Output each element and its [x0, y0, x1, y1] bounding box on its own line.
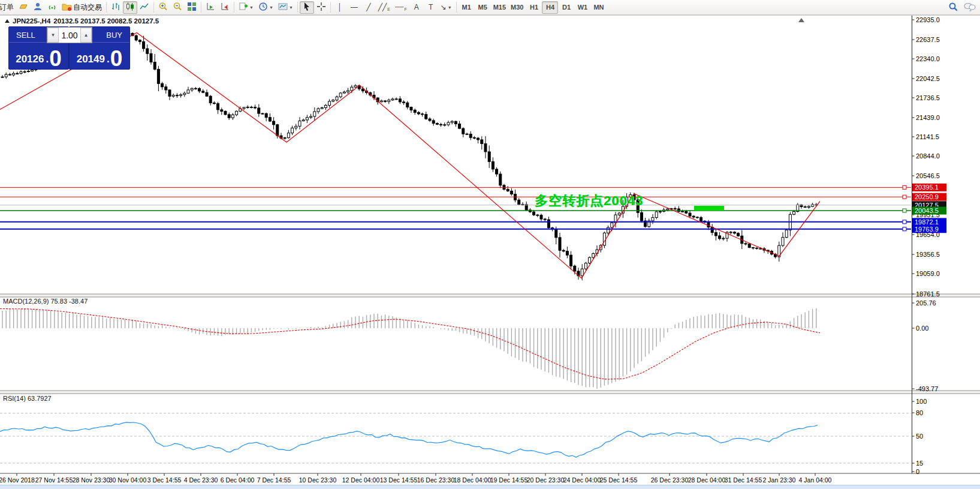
svg-text:20 Dec 23:30: 20 Dec 23:30	[527, 476, 565, 484]
bar-chart-icon	[111, 2, 120, 13]
timeframe-w1-button[interactable]: W1	[574, 1, 590, 14]
svg-text:16 Dec 23:30: 16 Dec 23:30	[417, 476, 455, 484]
timeframe-mn-button[interactable]: MN	[590, 1, 607, 14]
svg-text:50: 50	[916, 433, 923, 440]
zoom-out-button[interactable]	[170, 1, 185, 14]
line-handle[interactable]	[903, 185, 906, 189]
line-handle[interactable]	[903, 227, 906, 231]
buy-price-dot: .	[107, 54, 110, 64]
line-tools-group: │—╱╱╱E┄┄FAT↘▼	[333, 1, 454, 14]
templates-button[interactable]: ▼	[276, 1, 295, 14]
svg-text:80: 80	[916, 409, 923, 416]
sell-price-main: 20126	[16, 54, 44, 64]
horizontal-line-button[interactable]: —	[347, 1, 361, 14]
chevron-down-icon: ▼	[269, 5, 273, 10]
timeframe-m15-button[interactable]: M15	[491, 1, 508, 14]
svg-text:21439.0: 21439.0	[916, 114, 940, 121]
candlestick-chart-button[interactable]	[123, 1, 137, 14]
signals-button[interactable]	[45, 1, 59, 14]
search-icon	[948, 2, 958, 13]
bar-chart-button[interactable]	[108, 1, 123, 14]
svg-text:19059.0: 19059.0	[916, 270, 940, 277]
equidistant-channel-button[interactable]: ╱╱E	[376, 1, 393, 14]
timeframe-m1-button[interactable]: M1	[459, 1, 475, 14]
line-handle[interactable]	[903, 220, 906, 224]
templates-icon	[278, 2, 288, 13]
chart-shift-icon	[220, 2, 230, 13]
vertical-line-button[interactable]: │	[333, 1, 347, 14]
rsi-indicator-label: RSI(14) 63.7927	[3, 395, 52, 402]
navigator-icon	[33, 2, 43, 13]
text-label-button[interactable]: T	[424, 1, 438, 14]
volume-decrease-button[interactable]: ▼	[47, 28, 59, 43]
timeframe-m5-button[interactable]: M5	[475, 1, 491, 14]
new-order-label: 订单	[0, 2, 14, 13]
timeframe-h4-button[interactable]: H4	[542, 1, 558, 14]
svg-text:26 Nov 2018: 26 Nov 2018	[0, 476, 35, 484]
periods-icon	[258, 2, 268, 13]
fibonacci-sub-label: F	[404, 7, 406, 11]
chat-button[interactable]	[961, 1, 979, 14]
autotrading-button[interactable]: 自动交易	[59, 1, 104, 14]
text-button[interactable]: A	[409, 1, 424, 14]
periods-button[interactable]: ▼	[256, 1, 276, 14]
svg-text:18 Dec 04:00: 18 Dec 04:00	[454, 476, 491, 484]
tile-windows-button[interactable]	[185, 1, 199, 14]
auto-scroll-button[interactable]	[203, 1, 218, 14]
search-button[interactable]	[946, 1, 961, 14]
toolbar-separator	[234, 2, 234, 13]
svg-text:0.00: 0.00	[916, 325, 928, 332]
volume-input[interactable]: ▼ 1.00 ▲	[47, 27, 92, 43]
toolbar-separator	[297, 2, 298, 13]
sell-price-dot: .	[46, 54, 49, 64]
indicators-button[interactable]: ▼	[236, 1, 256, 14]
line-handle[interactable]	[903, 209, 906, 212]
chevron-down-icon: ▼	[289, 5, 293, 10]
timeframe-h1-button[interactable]: H1	[526, 1, 542, 14]
svg-text:19872.1: 19872.1	[915, 218, 939, 226]
svg-text:19 Dec 14:55: 19 Dec 14:55	[490, 476, 528, 484]
timeframe-m30-button[interactable]: M30	[508, 1, 526, 14]
svg-text:4 Dec 23:30: 4 Dec 23:30	[184, 476, 218, 484]
chart-text-annotation[interactable]: 多空转折点20043	[535, 192, 643, 210]
svg-text:20043.5: 20043.5	[915, 207, 939, 214]
svg-text:-493.77: -493.77	[916, 385, 938, 392]
navigator-button[interactable]	[31, 1, 45, 14]
svg-text:205.76: 205.76	[916, 299, 936, 307]
svg-text:13 Dec 14:55: 13 Dec 14:55	[380, 476, 418, 484]
svg-text:20395.1: 20395.1	[915, 184, 939, 191]
svg-text:19356.5: 19356.5	[916, 251, 940, 258]
svg-text:0: 0	[916, 468, 919, 475]
crosshair-button[interactable]	[314, 1, 328, 14]
volume-increase-button[interactable]: ▲	[80, 28, 92, 43]
line-chart-button[interactable]	[137, 1, 152, 14]
chart-title: JPN225-,H4 20132.5 20137.5 20082.5 20127…	[5, 17, 159, 25]
new-order-button[interactable]: 订单	[0, 1, 16, 14]
toolbar-separator	[330, 2, 331, 13]
svg-text:6 Dec 04:00: 6 Dec 04:00	[221, 476, 255, 484]
panel-splitter[interactable]	[0, 294, 980, 297]
buy-price-main: 20149	[77, 54, 105, 64]
toolbar-separator	[106, 2, 107, 13]
timeframe-group: M1M5M15M30H1H4D1W1MN	[459, 1, 607, 14]
zoom-out-icon	[173, 2, 182, 13]
svg-text:21141.5: 21141.5	[916, 133, 939, 140]
chart-shift-button[interactable]	[218, 1, 232, 14]
zoom-in-button[interactable]	[156, 1, 170, 14]
svg-text:100: 100	[916, 398, 927, 405]
line-handle[interactable]	[903, 195, 906, 199]
panel-splitter[interactable]	[0, 391, 980, 394]
arrows-button[interactable]: ↘▼	[438, 1, 454, 14]
market-watch-button[interactable]	[16, 1, 31, 14]
chart-canvas[interactable]: 22935.022637.522340.022042.521736.521439…	[0, 0, 980, 489]
collapse-arrow-icon[interactable]	[5, 19, 10, 23]
svg-text:22935.0: 22935.0	[916, 16, 940, 23]
timeframe-d1-button[interactable]: D1	[558, 1, 574, 14]
fibonacci-button[interactable]: ┄┄F	[393, 1, 409, 14]
svg-text:4 Jan 04:00: 4 Jan 04:00	[799, 476, 832, 484]
signals-icon	[47, 2, 57, 13]
green-highlight-bar[interactable]	[694, 206, 724, 211]
cursor-button[interactable]	[300, 1, 314, 14]
trend-line-button[interactable]: ╱	[361, 1, 376, 14]
buy-price-frac: 0	[110, 50, 123, 68]
